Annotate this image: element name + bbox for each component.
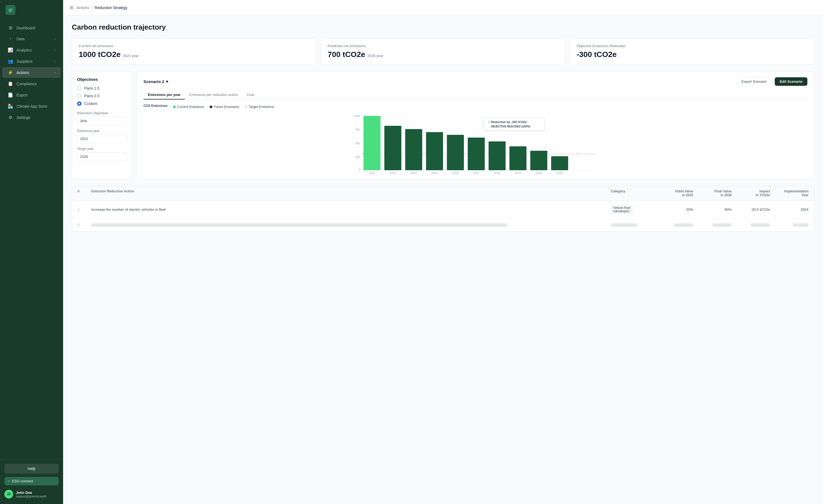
row-final-skeleton	[693, 223, 731, 227]
scenario-chevron-icon: ▾	[166, 79, 168, 84]
row-initial-skeleton	[655, 223, 693, 227]
sidebar-bottom: Help + ESG connect JD John Doe support@g…	[0, 459, 63, 504]
th-year: Implementation Year	[770, 189, 808, 197]
chevron-icon: ›	[54, 60, 55, 63]
sidebar-item-label: Settings	[16, 115, 30, 120]
chart-header: Scenario 2 ▾ Export Scenario Edit Scenar…	[144, 77, 807, 86]
sidebar-item-suppliers[interactable]: 👥 Suppliers ›	[2, 56, 61, 67]
radio-circle-paris2	[77, 94, 81, 98]
reduction-input[interactable]	[77, 117, 127, 125]
sidebar-item-label: Compliance	[16, 82, 37, 86]
row-final-1: 80%	[693, 208, 731, 212]
chart-actions: Export Scenario Edit Scenario	[736, 77, 807, 86]
svg-text:1000: 1000	[354, 114, 360, 117]
radio-label-paris1: Paris 1.5	[84, 86, 99, 90]
bar-2023	[384, 126, 401, 170]
actions-icon: ⚡	[8, 70, 13, 75]
tab-cost[interactable]: Cost	[242, 90, 259, 99]
category-tag-1: Vehicle Fleet subcategory	[611, 205, 633, 214]
row-impact-1: -20.5 tCO2e	[731, 208, 770, 212]
bar-2025	[426, 132, 443, 170]
sidebar-item-climate-app-store[interactable]: 🏪 Climate App Store	[2, 101, 61, 111]
target-year-section: Target year	[77, 147, 127, 161]
export-scenario-button[interactable]: Export Scenario	[736, 77, 772, 86]
sidebar-item-actions[interactable]: ⚡ Actions ›	[2, 67, 61, 78]
user-profile[interactable]: JD John Doe support@greenly.earth	[4, 489, 59, 500]
tab-emissions-per-year[interactable]: Emissions per year	[144, 90, 185, 99]
stats-row: Current net emissions 1000 tCO2e 2022 ye…	[72, 38, 814, 65]
chart-panel: Scenario 2 ▾ Export Scenario Edit Scenar…	[137, 71, 814, 179]
user-name: John Doe	[16, 491, 46, 495]
svg-text:2022: 2022	[369, 171, 375, 175]
esg-plus-icon: +	[8, 479, 10, 483]
sidebar-item-analytics[interactable]: 📊 Analytics ›	[2, 45, 61, 55]
sidebar-item-settings[interactable]: ⚙ Settings	[2, 112, 61, 123]
reference-year-input[interactable]	[77, 135, 127, 143]
logo-mark: gr	[5, 5, 15, 15]
esg-label: ESG connect	[12, 479, 33, 483]
breadcrumb-parent[interactable]: Actions	[76, 5, 89, 10]
table-row: 1 Increase the number of electric vehicl…	[72, 201, 814, 218]
bar-2027	[468, 138, 485, 170]
breadcrumb-current: Reduction Strategy	[95, 5, 127, 10]
sidebar-item-dashboard[interactable]: ⊞ Dashboard	[2, 22, 61, 33]
esg-connect-badge[interactable]: + ESG connect	[4, 477, 59, 485]
row-initial-1: 20%	[655, 208, 693, 212]
bar-2030	[530, 151, 547, 170]
bar-2024	[405, 129, 422, 170]
middle-section: Objectives Paris 1.5 Paris 2.0 Custom	[72, 71, 814, 179]
bar-chart-svg: 1000 750 500 250 0	[144, 113, 807, 179]
scenario-selector[interactable]: Scenario 2 ▾	[144, 79, 168, 84]
svg-text:2028: 2028	[494, 171, 500, 175]
row-impact-skeleton	[731, 223, 770, 227]
radio-paris2[interactable]: Paris 2.0	[77, 94, 127, 98]
svg-text:2023: 2023	[389, 171, 396, 175]
objective-tooltip	[484, 118, 544, 130]
sidebar-item-data[interactable]: ↑ Data ›	[2, 34, 61, 44]
help-button[interactable]: Help	[4, 464, 59, 474]
settings-icon: ⚙	[8, 115, 13, 120]
data-icon: ↑	[8, 36, 13, 41]
topbar: ⊞ Actions / Reduction Strategy	[63, 0, 823, 15]
bar-2031	[551, 156, 568, 170]
svg-text:2024: 2024	[410, 171, 417, 175]
layout-toggle-icon[interactable]: ⊞	[70, 5, 73, 10]
sidebar-item-label: Data	[16, 37, 25, 41]
row-num-2: 2	[77, 223, 92, 227]
target-year-input[interactable]	[77, 153, 127, 161]
reduction-label: Reduction Objectives	[77, 111, 127, 115]
stat-label-current: Current net emissions	[79, 44, 309, 48]
co2-label: CO2 Emissions	[144, 104, 168, 108]
th-category: Category	[611, 189, 655, 197]
chart-legend: CO2 Emissions Current Emissions Future E…	[144, 104, 807, 110]
sidebar-item-compliance[interactable]: 📋 Compliance	[2, 78, 61, 89]
row-category-1: Vehicle Fleet subcategory	[611, 205, 655, 214]
target-year-label: Target year	[77, 147, 127, 151]
radio-circle-paris1	[77, 86, 81, 90]
chevron-icon: ›	[54, 37, 55, 41]
legend-label-current: Current Emissions	[177, 105, 204, 109]
th-num: #	[77, 189, 92, 197]
chart-tabs: Emissions per year Emissions per reducti…	[144, 90, 807, 99]
bar-2029	[509, 146, 526, 170]
bar-2022	[363, 116, 380, 170]
logo-area[interactable]: gr	[0, 0, 63, 20]
radio-circle-custom	[77, 101, 81, 106]
reference-year-section: Reference year	[77, 129, 127, 143]
row-year-1: 2024	[770, 208, 808, 212]
edit-scenario-button[interactable]: Edit Scenario	[775, 77, 807, 86]
radio-paris1[interactable]: Paris 1.5	[77, 86, 127, 90]
svg-text:2027: 2027	[473, 171, 480, 175]
stat-card-predicted: Predicted net emissions 700 tCO2e 2026 y…	[321, 38, 565, 65]
tab-emissions-per-reduction[interactable]: Emissions per reduction action	[185, 90, 242, 99]
legend-target: Target Emissions	[245, 105, 274, 109]
sidebar-item-export[interactable]: 📄 Export	[2, 89, 61, 100]
radio-group: Paris 1.5 Paris 2.0 Custom	[77, 86, 127, 106]
radio-custom[interactable]: Custom	[77, 101, 127, 106]
stat-year-predicted: 2026 year	[367, 54, 383, 58]
dashboard-icon: ⊞	[8, 25, 13, 30]
main-content: ⊞ Actions / Reduction Strategy Carbon re…	[63, 0, 823, 504]
stat-year-current: 2022 year	[123, 54, 139, 58]
breadcrumb-separator: /	[92, 5, 93, 10]
export-icon: 📄	[8, 92, 13, 97]
